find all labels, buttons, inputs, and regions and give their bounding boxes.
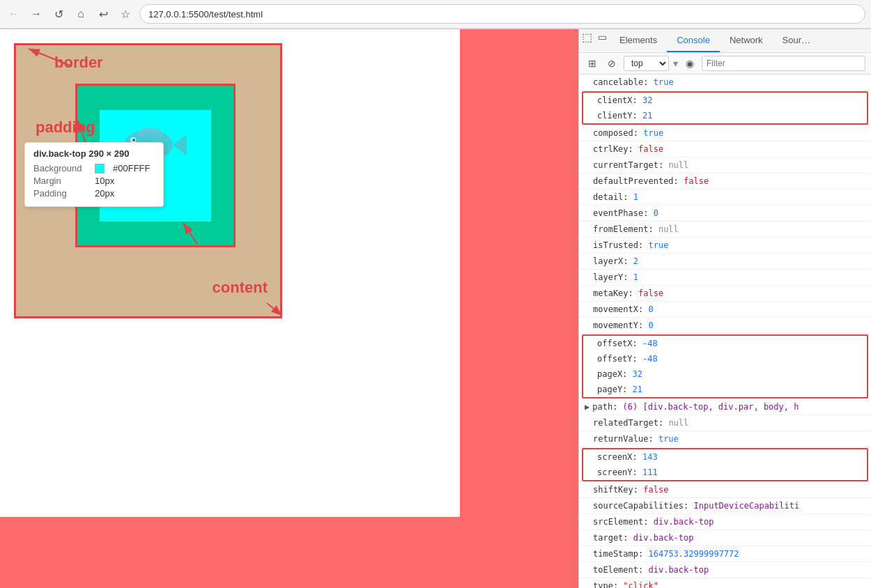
chevron-down-icon[interactable]: ▾	[673, 58, 678, 69]
highlighted-group: screenX: 143 screenY: 111	[582, 448, 868, 481]
prop-value: false	[684, 175, 709, 187]
indent-spacer	[589, 337, 597, 350]
console-row[interactable]: detail: 1	[579, 189, 871, 206]
indent-spacer	[589, 383, 597, 396]
box-demo: border	[14, 43, 282, 318]
prop-key: movementX:	[593, 303, 648, 316]
prop-value: 32	[633, 368, 642, 380]
tab-console[interactable]: Console	[667, 29, 720, 52]
expand-icon[interactable]: ▶	[585, 401, 589, 413]
console-row[interactable]: ▶ path: (6) [div.back-top, div.par, body…	[579, 399, 871, 415]
block-icon[interactable]: ⊘	[604, 56, 619, 71]
forward-button[interactable]: →	[28, 6, 45, 22]
console-row[interactable]: layerX: 2	[579, 254, 871, 270]
svg-marker-1	[173, 134, 187, 155]
tab-sources[interactable]: Sour…	[773, 29, 820, 52]
prop-key: offsetY:	[597, 353, 642, 365]
console-row[interactable]: offsetX: -48	[583, 336, 867, 351]
prop-value: (6) [div.back-top, div.par, body, h	[623, 401, 799, 413]
console-row[interactable]: sourceCapabilities: InputDeviceCapabilit…	[579, 498, 871, 514]
border-label: border	[54, 54, 103, 72]
prop-value: true	[658, 433, 679, 445]
console-row[interactable]: shiftKey: false	[579, 482, 871, 498]
prop-key: detail:	[593, 191, 633, 203]
main-layout: border	[0, 29, 871, 588]
tooltip-margin-key: Margin	[33, 176, 89, 186]
reload-button[interactable]: ↺	[50, 6, 67, 22]
console-row[interactable]: timeStamp: 164753.32999997772	[579, 546, 871, 562]
console-row[interactable]: clientY: 21	[583, 108, 867, 123]
console-row[interactable]: cancelable: true	[579, 75, 871, 91]
tooltip-background-value: #00FFFF	[113, 163, 150, 173]
devtools-panel: ⬚ ▭ Elements Console Network Sour… ⊞ ⊘ t…	[578, 29, 871, 588]
indent-spacer	[585, 271, 593, 284]
home-button[interactable]: ⌂	[72, 6, 89, 22]
console-row[interactable]: ctrlKey: false	[579, 141, 871, 157]
console-row[interactable]: movementY: 0	[579, 318, 871, 334]
console-row[interactable]: target: div.back-top	[579, 530, 871, 546]
tab-elements[interactable]: Elements	[610, 29, 667, 52]
indent-spacer	[585, 580, 593, 588]
context-select[interactable]: top	[624, 56, 669, 71]
console-row[interactable]: toElement: div.back-top	[579, 562, 871, 578]
prop-key: clientY:	[597, 109, 642, 122]
console-row[interactable]: offsetY: -48	[583, 351, 867, 366]
prop-value: 2	[633, 255, 638, 268]
indent-spacer	[589, 109, 597, 122]
history-back-button[interactable]: ↩	[95, 6, 111, 22]
svg-line-11	[267, 303, 280, 316]
console-row[interactable]: layerY: 1	[579, 270, 871, 286]
prop-value: div.back-top	[654, 516, 714, 528]
address-bar[interactable]	[139, 4, 865, 24]
indent-spacer	[585, 223, 593, 235]
device-icon[interactable]: ▭	[594, 29, 610, 45]
prop-value: null	[658, 223, 679, 235]
console-row[interactable]: defaultPrevented: false	[579, 173, 871, 189]
indent-spacer	[585, 175, 593, 187]
prop-value: InputDeviceCapabiliti	[694, 500, 800, 512]
console-row[interactable]: srcElement: div.back-top	[579, 514, 871, 530]
console-row[interactable]: returnValue: true	[579, 431, 871, 447]
console-row[interactable]: movementX: 0	[579, 302, 871, 318]
console-row[interactable]: composed: true	[579, 125, 871, 141]
bookmark-button[interactable]: ☆	[117, 6, 134, 22]
tooltip-padding-value: 20px	[95, 188, 114, 199]
console-row[interactable]: screenY: 111	[583, 465, 867, 480]
prop-key: metaKey:	[593, 287, 638, 300]
console-row[interactable]: eventPhase: 0	[579, 206, 871, 222]
prop-value: true	[648, 239, 668, 252]
console-row[interactable]: relatedTarget: null	[579, 415, 871, 431]
prop-value: 0	[648, 319, 653, 332]
indent-spacer	[585, 516, 593, 528]
indent-spacer	[585, 548, 593, 560]
console-row[interactable]: fromElement: null	[579, 222, 871, 238]
tooltip-padding-key: Padding	[33, 188, 89, 199]
console-row[interactable]: type: "click"	[579, 578, 871, 588]
tab-network[interactable]: Network	[720, 29, 773, 52]
tooltip-padding-row: Padding 20px	[33, 188, 155, 199]
console-row[interactable]: metaKey: false	[579, 286, 871, 302]
indent-spacer	[585, 303, 593, 316]
console-row[interactable]: pageY: 21	[583, 382, 867, 397]
console-output[interactable]: cancelable: true clientX: 32 clientY: 21…	[579, 75, 871, 588]
prop-value: 1	[633, 271, 638, 284]
console-row[interactable]: screenX: 143	[583, 449, 867, 465]
eye-icon[interactable]: ◉	[682, 56, 697, 71]
prop-value: 164753.32999997772	[648, 548, 739, 560]
prop-value: div.back-top	[633, 532, 694, 544]
browser-chrome: ← → ↺ ⌂ ↩ ☆	[0, 0, 871, 29]
console-row[interactable]: pageX: 32	[583, 366, 867, 382]
inspect-icon[interactable]: ⬚	[579, 29, 594, 45]
indent-spacer	[585, 532, 593, 544]
filter-input[interactable]	[702, 56, 865, 71]
indent-spacer	[585, 143, 593, 155]
prop-value: false	[638, 143, 663, 155]
prop-value: "click"	[623, 580, 658, 588]
console-row[interactable]: clientX: 32	[583, 93, 867, 108]
tooltip-background-key: Background	[33, 163, 89, 173]
sidebar-icon[interactable]: ⊞	[585, 56, 600, 71]
console-row[interactable]: currentTarget: null	[579, 157, 871, 173]
back-button[interactable]: ←	[6, 6, 22, 22]
console-row[interactable]: isTrusted: true	[579, 238, 871, 254]
indent-spacer	[585, 207, 593, 219]
